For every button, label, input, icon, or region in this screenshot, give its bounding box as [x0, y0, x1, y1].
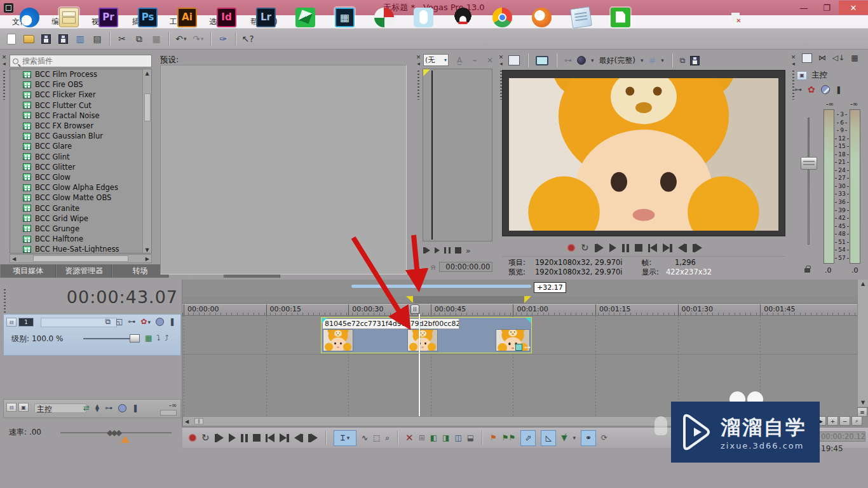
taskbar-adobe-app-icon[interactable]: Ai: [177, 8, 197, 27]
plugin-list-item[interactable]: BCC Film Process: [10, 69, 143, 79]
trim-event-start-button[interactable]: ◧: [430, 433, 437, 442]
pause-button[interactable]: [444, 245, 451, 255]
plugin-list-item[interactable]: BCC Flicker Fixer: [10, 90, 143, 100]
taskbar-adobe-app-icon[interactable]: Id: [217, 8, 236, 27]
interactive-tutorials-button[interactable]: ✑: [215, 31, 231, 46]
close-button[interactable]: ✕: [839, 1, 868, 15]
scroll-thumb[interactable]: [33, 255, 128, 262]
rate-slider-handle[interactable]: ◆◆◆: [107, 428, 120, 437]
previous-frame-button[interactable]: [294, 433, 304, 443]
bus-envelope-icon[interactable]: ⧫: [95, 403, 99, 412]
go-to-start-button[interactable]: [266, 433, 275, 443]
remove-fx-button[interactable]: ✕: [483, 54, 497, 67]
taskbar-note-app-icon[interactable]: [611, 8, 630, 27]
rate-center-marker[interactable]: [121, 436, 130, 443]
preview-quality-icon[interactable]: [577, 56, 586, 65]
chevron-down-icon[interactable]: ▾: [347, 435, 350, 441]
arm-down-icon[interactable]: ⤵: [156, 334, 160, 342]
trim-start-icon[interactable]: ⊞: [419, 433, 425, 442]
zoom-tool-button[interactable]: ⌕: [851, 416, 862, 426]
master-bus-icon[interactable]: ▣: [797, 71, 807, 80]
chevron-down-icon[interactable]: ▾: [591, 57, 594, 64]
panel-drag-handle[interactable]: [417, 71, 419, 100]
taskbar-browser-icon[interactable]: [20, 8, 39, 27]
level-value[interactable]: 100.0 %: [32, 334, 64, 343]
zoom-out-button[interactable]: −: [839, 416, 850, 426]
time-ruler[interactable]: 00:00:0000:00:1500:00:3000:00:4500:01:00…: [182, 304, 857, 316]
arm-up-icon[interactable]: ⤴: [165, 334, 168, 342]
go-to-end-button[interactable]: [663, 243, 672, 253]
plugin-list-item[interactable]: BCC Glow Alpha Edges: [10, 182, 143, 193]
close-panel-icon[interactable]: ✕: [499, 54, 504, 60]
scroll-up-icon[interactable]: ▲: [145, 69, 149, 78]
plugin-list-item[interactable]: BCC Granite: [10, 203, 143, 213]
taskbar-green-app-icon[interactable]: [295, 8, 315, 27]
chevron-down-icon[interactable]: ▾: [573, 435, 576, 441]
go-to-start-button[interactable]: [648, 243, 658, 253]
scroll-left-icon[interactable]: ◀: [185, 419, 189, 424]
save-button[interactable]: [38, 31, 53, 46]
overlay-grid-button[interactable]: #: [648, 55, 656, 65]
level-slider-handle[interactable]: [130, 334, 140, 342]
fx-gear-icon[interactable]: ✿: [808, 85, 815, 95]
event-fx-tool-button[interactable]: ▼́: [561, 433, 567, 442]
fade-out-handle[interactable]: [526, 318, 531, 323]
record-button[interactable]: [189, 433, 196, 443]
plugin-list-item[interactable]: BCC Halftone: [10, 234, 143, 244]
plugin-list-item[interactable]: BCC Flutter Cut: [10, 100, 143, 111]
zoom-edit-tool-button[interactable]: ⌕: [385, 433, 390, 442]
open-button[interactable]: [21, 31, 36, 46]
insert-fx-icon[interactable]: ⇄: [83, 403, 90, 412]
loop-region[interactable]: [412, 296, 524, 303]
copy-snapshot-button[interactable]: ⧉: [680, 56, 686, 65]
loop-start-marker[interactable]: [406, 296, 413, 303]
close-panel-icon[interactable]: ✕: [791, 54, 796, 60]
record-button[interactable]: [567, 243, 575, 253]
taskbar-qq-icon[interactable]: [453, 8, 473, 27]
maximize-bus-icon[interactable]: ▣: [18, 403, 29, 412]
lock-envelopes-button[interactable]: ⟳: [601, 433, 607, 442]
play-button[interactable]: [609, 243, 616, 253]
selection-start-timecode[interactable]: 00:00:20.12: [818, 431, 865, 442]
insert-marker-button[interactable]: ⚑: [490, 433, 497, 442]
pause-button[interactable]: [622, 243, 629, 253]
video-event-clip[interactable]: 81045e72cc7731f4d9de79d2bf00cc82 ⊶: [321, 317, 532, 353]
copy-button[interactable]: ⧉: [132, 31, 147, 46]
play-button[interactable]: [229, 433, 236, 443]
scroll-left-icon[interactable]: ◀: [12, 256, 16, 262]
taskbar-pinwheel-app-icon[interactable]: [374, 8, 394, 27]
new-project-button[interactable]: [4, 31, 19, 46]
fx-horizontal-scrollbar[interactable]: ◀ ▶: [10, 254, 152, 263]
mute-track-icon[interactable]: [156, 318, 164, 326]
plugin-list-item[interactable]: BCC Glow: [10, 172, 143, 182]
redo-button[interactable]: ↷▾: [191, 31, 206, 46]
close-panel-icon[interactable]: ✕: [416, 54, 421, 60]
stop-button[interactable]: [253, 433, 261, 443]
keyframe-preset-dropdown[interactable]: (无▾: [423, 54, 449, 66]
scroll-right-icon[interactable]: ▶: [146, 256, 149, 262]
chevron-down-icon[interactable]: ▾: [641, 57, 644, 64]
track-height-button[interactable]: ≡: [857, 407, 867, 417]
split-event-button[interactable]: ◫: [454, 433, 461, 442]
dim-output-button[interactable]: ◁↓: [832, 53, 844, 63]
loop-playback-button[interactable]: ↻: [201, 433, 210, 443]
envelope-edit-tool-button[interactable]: ∿: [362, 433, 368, 442]
audio-master-bus-header[interactable]: ⊟ ▣ 主控 ⇄ ⧫ ⊶ ❚ -∞: [3, 399, 181, 418]
solo-button[interactable]: ❚: [836, 85, 842, 94]
bypass-motion-blur-icon[interactable]: ⊶: [128, 317, 135, 326]
taskbar-adobe-app-icon[interactable]: Pr: [98, 8, 118, 27]
level-slider-track[interactable]: [83, 338, 134, 339]
stop-button[interactable]: [635, 243, 642, 253]
fader-lock-icon[interactable]: [804, 268, 810, 273]
stop-button[interactable]: [455, 245, 461, 255]
project-properties-button[interactable]: [55, 31, 71, 46]
plugin-list-item[interactable]: BCC Fire OBS: [10, 79, 143, 90]
panel-drag-handle[interactable]: [3, 71, 5, 100]
playhead-marker[interactable]: [410, 304, 419, 314]
whats-this-help-button[interactable]: ↖?: [240, 31, 255, 46]
selection-edit-tool-button[interactable]: ⬚: [373, 433, 380, 442]
plugin-list-item[interactable]: BCC Gaussian Blur: [10, 131, 143, 141]
timeline-grip[interactable]: [4, 289, 6, 317]
go-to-end-button[interactable]: [280, 433, 289, 443]
paste-button[interactable]: ▦: [149, 31, 164, 46]
